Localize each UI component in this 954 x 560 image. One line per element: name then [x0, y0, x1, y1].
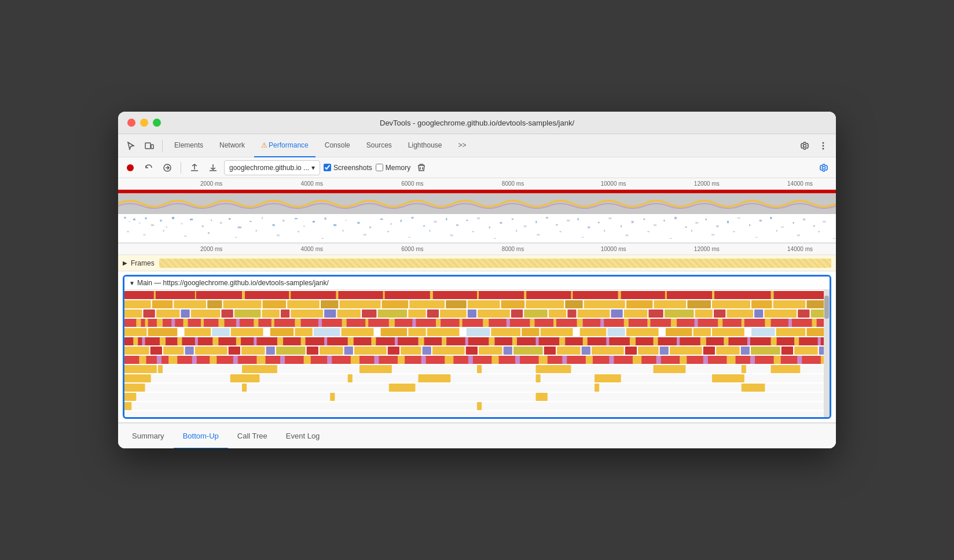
svg-rect-124 [618, 291, 621, 299]
svg-rect-149 [751, 300, 772, 308]
performance-settings-button[interactable] [816, 160, 831, 175]
close-button[interactable] [127, 119, 135, 127]
minimize-button[interactable] [140, 119, 148, 127]
tab-more[interactable]: >> [452, 134, 474, 157]
svg-rect-345 [633, 356, 641, 364]
more-options-button[interactable] [815, 138, 831, 154]
url-selector[interactable]: googlechrome.github.io ... ▾ [224, 160, 320, 175]
memory-checkbox-label[interactable]: Memory [376, 164, 410, 172]
svg-rect-152 [124, 310, 142, 318]
screenshots-checkbox[interactable] [324, 164, 331, 171]
svg-rect-134 [287, 300, 320, 308]
tab-event-log[interactable]: Event Log [277, 423, 329, 449]
svg-rect-280 [700, 337, 706, 345]
upload-button[interactable] [187, 160, 202, 175]
clear-button[interactable] [160, 160, 175, 175]
scrollbar-thumb[interactable] [824, 296, 829, 319]
svg-rect-225 [212, 328, 229, 336]
svg-rect-52 [546, 217, 548, 219]
svg-point-4 [823, 148, 824, 149]
svg-rect-90 [364, 234, 366, 235]
tab-console[interactable]: Console [318, 134, 357, 157]
svg-rect-112 [833, 238, 835, 239]
summary-tab-label: Summary [132, 432, 164, 440]
svg-rect-367 [348, 374, 353, 382]
svg-rect-289 [185, 347, 194, 355]
svg-rect-283 [771, 337, 777, 345]
svg-rect-208 [530, 319, 534, 327]
svg-rect-319 [781, 347, 793, 355]
svg-rect-312 [638, 347, 659, 355]
flame-canvas[interactable] [124, 290, 830, 417]
svg-rect-86 [277, 234, 280, 236]
svg-rect-228 [270, 328, 294, 336]
svg-rect-61 [643, 219, 645, 220]
svg-rect-330 [280, 356, 285, 364]
svg-rect-155 [181, 310, 189, 318]
memory-checkbox[interactable] [376, 164, 383, 171]
tab-sources[interactable]: Sources [359, 134, 399, 157]
overview-area: 2000 ms 4000 ms 6000 ms 8000 ms 10000 ms… [118, 178, 836, 244]
bottom-ruler: 2000 ms 4000 ms 6000 ms 8000 ms 10000 ms… [118, 244, 836, 255]
cursor-icon[interactable] [123, 138, 139, 154]
svg-rect-53 [556, 224, 557, 226]
svg-rect-0 [145, 143, 151, 149]
settings-button[interactable] [797, 138, 813, 154]
scrollbar[interactable] [824, 290, 830, 417]
svg-rect-318 [751, 347, 780, 355]
screenshots-checkbox-label[interactable]: Screenshots [324, 164, 372, 172]
titlebar: DevTools - googlechrome.github.io/devtoo… [118, 112, 836, 134]
svg-rect-277 [630, 337, 636, 345]
reload-record-button[interactable] [141, 160, 156, 175]
svg-rect-174 [567, 310, 576, 318]
tab-network[interactable]: Network [212, 134, 252, 157]
svg-rect-355 [124, 365, 157, 373]
secondary-toolbar: googlechrome.github.io ... ▾ Screenshots… [118, 157, 836, 178]
call-tree-tab-label: Call Tree [237, 432, 267, 440]
svg-rect-29 [295, 218, 298, 219]
device-toolbar-icon[interactable] [141, 138, 157, 154]
svg-rect-121 [477, 291, 479, 299]
svg-rect-108 [755, 237, 758, 238]
svg-rect-91 [387, 231, 389, 232]
svg-rect-175 [578, 310, 610, 318]
svg-rect-146 [654, 300, 687, 308]
svg-rect-119 [383, 291, 385, 299]
collect-garbage-button[interactable] [414, 160, 429, 175]
svg-rect-183 [754, 310, 763, 318]
tab-performance[interactable]: ⚠ Performance [254, 134, 315, 157]
svg-rect-215 [695, 319, 698, 327]
svg-rect-342 [562, 356, 567, 364]
download-button[interactable] [206, 160, 221, 175]
svg-rect-50 [524, 226, 527, 227]
svg-rect-197 [271, 319, 274, 327]
tab-bottom-up[interactable]: Bottom-Up [174, 423, 228, 449]
svg-rect-237 [467, 328, 490, 336]
tab-call-tree[interactable]: Call Tree [228, 423, 277, 449]
svg-rect-161 [291, 310, 323, 318]
svg-rect-264 [324, 337, 327, 345]
svg-rect-376 [595, 384, 599, 392]
svg-rect-370 [595, 374, 621, 382]
svg-rect-85 [256, 230, 257, 231]
svg-rect-195 [236, 319, 240, 327]
tab-lighthouse[interactable]: Lighthouse [401, 134, 449, 157]
record-button[interactable] [123, 160, 138, 175]
fullscreen-button[interactable] [153, 119, 161, 127]
svg-rect-371 [712, 374, 744, 382]
svg-rect-83 [208, 232, 210, 234]
svg-rect-223 [178, 328, 183, 336]
svg-rect-271 [489, 337, 494, 345]
svg-rect-261 [254, 337, 256, 345]
tab-elements[interactable]: Elements [167, 134, 210, 157]
svg-rect-374 [242, 384, 247, 392]
svg-rect-244 [626, 328, 659, 336]
svg-rect-100 [582, 237, 584, 238]
svg-rect-310 [592, 347, 624, 355]
svg-rect-122 [524, 291, 526, 299]
svg-rect-299 [388, 347, 399, 355]
ruler-10000: 10000 ms [601, 180, 626, 187]
ruler2-4000: 4000 ms [301, 246, 323, 252]
tab-summary[interactable]: Summary [123, 423, 174, 449]
svg-rect-139 [446, 300, 467, 308]
